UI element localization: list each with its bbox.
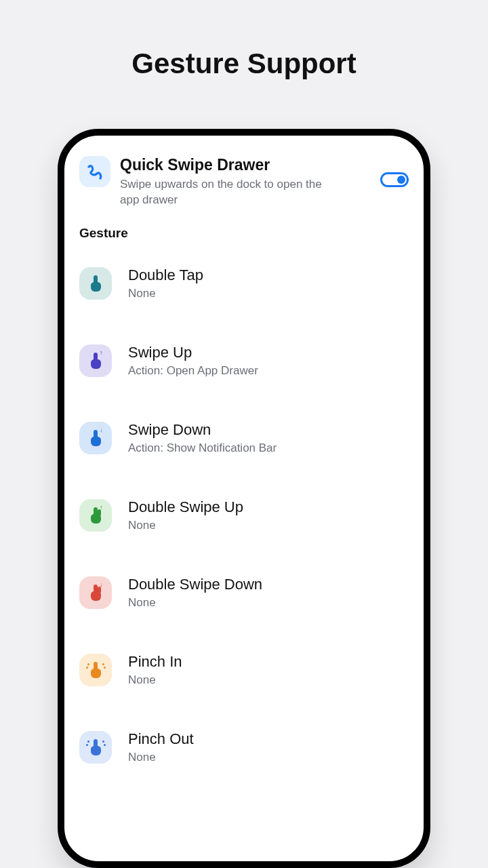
gesture-list: Double TapNone↑Swipe UpAction: Open App … xyxy=(79,267,409,764)
gesture-row-double-swipe-up[interactable]: ↑Double Swipe UpNone xyxy=(79,498,409,532)
gesture-subtitle: None xyxy=(128,287,409,300)
gesture-row-swipe-up[interactable]: ↑Swipe UpAction: Open App Drawer xyxy=(79,344,409,378)
double-swipe-up-icon: ↑ xyxy=(79,499,112,532)
gesture-subtitle: None xyxy=(128,596,409,610)
double-tap-icon xyxy=(79,267,112,300)
gesture-title: Pinch In xyxy=(128,653,409,671)
gesture-subtitle: None xyxy=(128,673,409,687)
gesture-row-double-swipe-down[interactable]: ↓Double Swipe DownNone xyxy=(79,576,409,610)
gesture-subtitle: Action: Show Notification Bar xyxy=(128,441,409,455)
quick-swipe-title: Quick Swipe Drawer xyxy=(120,156,371,174)
gesture-row-pinch-out[interactable]: Pinch OutNone xyxy=(79,730,409,764)
quick-swipe-row[interactable]: Quick Swipe Drawer Swipe upwards on the … xyxy=(79,156,409,208)
gesture-row-swipe-down[interactable]: ↓Swipe DownAction: Show Notification Bar xyxy=(79,421,409,455)
gesture-row-pinch-in[interactable]: Pinch InNone xyxy=(79,653,409,687)
gesture-title: Double Swipe Down xyxy=(128,576,409,593)
double-swipe-down-icon: ↓ xyxy=(79,576,112,609)
squiggle-icon xyxy=(79,156,110,187)
gesture-title: Swipe Up xyxy=(128,344,409,361)
phone-frame: Quick Swipe Drawer Swipe upwards on the … xyxy=(58,129,430,868)
gesture-section-label: Gesture xyxy=(79,226,409,241)
gesture-subtitle: None xyxy=(128,751,409,764)
pinch-out-icon xyxy=(79,731,112,764)
swipe-down-icon: ↓ xyxy=(79,422,112,454)
pinch-in-icon xyxy=(79,654,112,686)
gesture-title: Double Tap xyxy=(128,267,409,284)
gesture-title: Pinch Out xyxy=(128,730,409,748)
gesture-row-double-tap[interactable]: Double TapNone xyxy=(79,267,409,300)
gesture-subtitle: None xyxy=(128,519,409,532)
page-title: Gesture Support xyxy=(0,47,488,80)
gesture-subtitle: Action: Open App Drawer xyxy=(128,364,409,378)
quick-swipe-toggle[interactable] xyxy=(380,172,409,187)
gesture-title: Swipe Down xyxy=(128,421,409,439)
gesture-title: Double Swipe Up xyxy=(128,498,409,516)
quick-swipe-subtitle: Swipe upwards on the dock to open the ap… xyxy=(120,177,323,208)
swipe-up-icon: ↑ xyxy=(79,344,112,377)
